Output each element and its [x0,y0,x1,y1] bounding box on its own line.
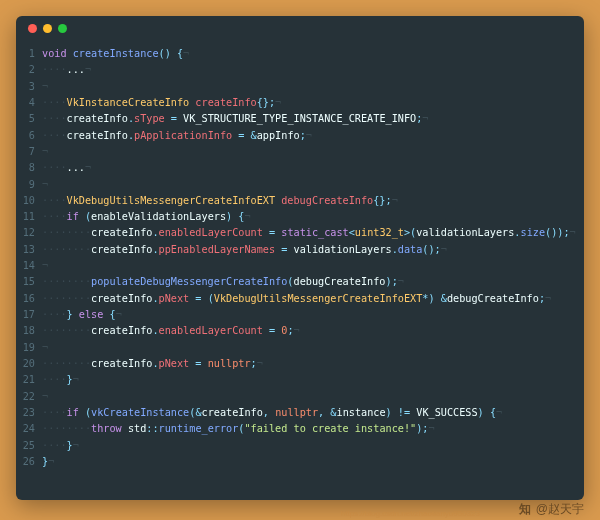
code-content: ····} else {¬ [42,307,574,323]
code-line: 2····...¬ [20,62,574,78]
code-line: 3¬ [20,79,574,95]
code-content: ····...¬ [42,62,574,78]
code-window: 1void createInstance() {¬2····...¬3¬4···… [16,16,584,500]
code-content: ········populateDebugMessengerCreateInfo… [42,274,574,290]
code-content: ¬ [42,340,574,356]
code-line: 20········createInfo.pNext = nullptr;¬ [20,356,574,372]
close-icon[interactable] [28,24,37,33]
code-content: ¬ [42,258,574,274]
code-line: 4····VkInstanceCreateInfo createInfo{};¬ [20,95,574,111]
code-content: ····createInfo.pApplicationInfo = &appIn… [42,128,574,144]
line-number: 8 [20,160,42,176]
code-content: ¬ [42,177,574,193]
line-number: 23 [20,405,42,421]
line-number: 9 [20,177,42,193]
code-content: ····}¬ [42,438,574,454]
line-number: 21 [20,372,42,388]
line-number: 4 [20,95,42,111]
attribution-url: https://blog.csdn.net/zhaotianyu950323 [341,509,480,518]
line-number: 26 [20,454,42,470]
code-content: ········createInfo.enabledLayerCount = s… [42,225,576,241]
code-line: 16········createInfo.pNext = (VkDebugUti… [20,291,574,307]
code-line: 7¬ [20,144,574,160]
zoom-icon[interactable] [58,24,67,33]
line-number: 16 [20,291,42,307]
code-area: 1void createInstance() {¬2····...¬3¬4···… [16,40,584,500]
code-content: ····if (enableValidationLayers) {¬ [42,209,574,225]
code-line: 18········createInfo.enabledLayerCount =… [20,323,574,339]
code-line: 25····}¬ [20,438,574,454]
line-number: 12 [20,225,42,241]
line-number: 25 [20,438,42,454]
line-number: 13 [20,242,42,258]
code-content: ········createInfo.enabledLayerCount = 0… [42,323,574,339]
code-line: 23····if (vkCreateInstance(&createInfo, … [20,405,574,421]
code-content: void createInstance() {¬ [42,46,574,62]
line-number: 10 [20,193,42,209]
code-line: 14¬ [20,258,574,274]
code-line: 24········throw std::runtime_error("fail… [20,421,574,437]
line-number: 1 [20,46,42,62]
line-number: 6 [20,128,42,144]
code-line: 9¬ [20,177,574,193]
line-number: 5 [20,111,42,127]
code-line: 6····createInfo.pApplicationInfo = &appI… [20,128,574,144]
line-number: 7 [20,144,42,160]
code-line: 8····...¬ [20,160,574,176]
code-line: 15········populateDebugMessengerCreateIn… [20,274,574,290]
code-line: 10····VkDebugUtilsMessengerCreateInfoEXT… [20,193,574,209]
code-content: ¬ [42,144,574,160]
code-line: 17····} else {¬ [20,307,574,323]
code-content: ····VkDebugUtilsMessengerCreateInfoEXT d… [42,193,574,209]
zhihu-logo-icon: 知 [519,501,531,518]
code-line: 5····createInfo.sType = VK_STRUCTURE_TYP… [20,111,574,127]
code-content: ········throw std::runtime_error("failed… [42,421,574,437]
code-content: }¬ [42,454,574,470]
minimize-icon[interactable] [43,24,52,33]
code-content: ····...¬ [42,160,574,176]
code-content: ········createInfo.pNext = nullptr;¬ [42,356,574,372]
line-number: 3 [20,79,42,95]
line-number: 22 [20,389,42,405]
line-number: 20 [20,356,42,372]
window-titlebar [16,16,584,40]
code-line: 1void createInstance() {¬ [20,46,574,62]
line-number: 11 [20,209,42,225]
code-line: 19¬ [20,340,574,356]
code-content: ····VkInstanceCreateInfo createInfo{};¬ [42,95,574,111]
code-line: 13········createInfo.ppEnabledLayerNames… [20,242,574,258]
code-line: 12········createInfo.enabledLayerCount =… [20,225,574,241]
code-content: ¬ [42,389,574,405]
code-content: ····}¬ [42,372,574,388]
line-number: 14 [20,258,42,274]
code-line: 22¬ [20,389,574,405]
code-content: ····createInfo.sType = VK_STRUCTURE_TYPE… [42,111,574,127]
code-content: ········createInfo.ppEnabledLayerNames =… [42,242,574,258]
line-number: 17 [20,307,42,323]
line-number: 2 [20,62,42,78]
footer: 知 @赵天宇 [519,501,584,518]
code-content: ········createInfo.pNext = (VkDebugUtils… [42,291,574,307]
code-line: 11····if (enableValidationLayers) {¬ [20,209,574,225]
code-line: 21····}¬ [20,372,574,388]
code-content: ¬ [42,79,574,95]
line-number: 24 [20,421,42,437]
code-line: 26}¬ [20,454,574,470]
line-number: 18 [20,323,42,339]
author-label: @赵天宇 [536,501,584,518]
code-content: ····if (vkCreateInstance(&createInfo, nu… [42,405,574,421]
line-number: 19 [20,340,42,356]
line-number: 15 [20,274,42,290]
